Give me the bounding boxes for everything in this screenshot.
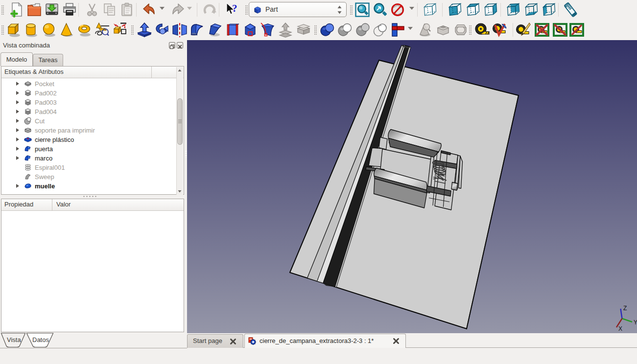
svg-text:Y: Y: [634, 319, 637, 326]
svg-text:Z: Z: [623, 305, 627, 312]
svg-text:Vista: Vista: [7, 336, 21, 343]
svg-text:Datos: Datos: [32, 336, 49, 343]
svg-text:?: ?: [232, 2, 237, 14]
svg-text:X: X: [618, 325, 622, 332]
